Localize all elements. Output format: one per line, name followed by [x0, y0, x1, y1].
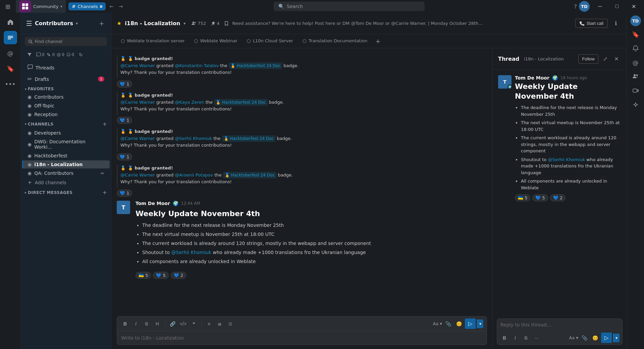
sidebar-item-hacktoberfest[interactable]: ◉ Hacktoberfest: [22, 152, 110, 160]
sidebar-item-dwg[interactable]: ◉ DWG: Documentation Worki...: [22, 138, 110, 151]
sidebar-hamburger[interactable]: ☰: [26, 19, 32, 28]
sidebar-item-i18n[interactable]: ◉ i18n - Localization: [22, 160, 110, 168]
mention-rail-icon[interactable]: @: [4, 46, 17, 60]
recipient-link-2[interactable]: @Kaya Zeren: [175, 100, 204, 105]
right-rail-bookmark[interactable]: 🔖: [630, 28, 642, 40]
add-tab-button[interactable]: +: [373, 36, 383, 46]
expand-thread-button[interactable]: ⤢: [600, 54, 610, 64]
channel-chevron[interactable]: ▾: [183, 21, 185, 26]
members-count[interactable]: 752: [192, 21, 206, 26]
dm-section-header[interactable]: ▸ DIRECT MESSAGES +: [21, 187, 111, 197]
reaction-heart-2[interactable]: 💙 1: [117, 117, 132, 124]
tab-weblate-webinar[interactable]: ⬡ Weblate Webinar: [190, 36, 241, 47]
maximize-button[interactable]: □: [609, 1, 625, 11]
attach-button[interactable]: 📎: [443, 319, 453, 329]
bookmark-rail-icon[interactable]: 🔖: [4, 62, 17, 75]
sidebar-item-off-topic[interactable]: ◉ Off-Topic: [22, 102, 110, 110]
minimize-button[interactable]: ─: [592, 1, 608, 11]
more-formatting-button[interactable]: ⊙: [226, 319, 235, 329]
thread-reaction-ua[interactable]: 🇺🇦 5: [515, 194, 530, 201]
link-button[interactable]: 🔗: [168, 319, 177, 329]
right-rail-members[interactable]: [630, 70, 642, 83]
sidebar-filter-icon[interactable]: [25, 50, 34, 59]
home-icon[interactable]: [4, 15, 17, 29]
channels-tab[interactable]: # Channels: [68, 2, 106, 10]
more-rail-icon[interactable]: •••: [4, 77, 17, 91]
user-avatar[interactable]: TD: [579, 1, 590, 12]
code-button[interactable]: </>: [178, 319, 188, 329]
thread-italic-button[interactable]: I: [511, 333, 520, 343]
thread-bold-button[interactable]: B: [500, 333, 509, 343]
thread-send-arrow[interactable]: ▾: [613, 334, 620, 342]
send-arrow-button[interactable]: ▾: [477, 319, 483, 328]
right-rail-video[interactable]: [630, 85, 642, 97]
sidebar-item-threads[interactable]: Threads: [22, 62, 110, 73]
sidebar-item-qa[interactable]: ◉ QA: Contributors ✏: [22, 169, 110, 177]
app-tab[interactable]: Community ▾: [16, 0, 66, 14]
tab-l10n-cloud[interactable]: ⬡ L10n Cloud Server: [243, 36, 297, 47]
channels-rail-icon[interactable]: [4, 31, 17, 44]
favorites-section-header[interactable]: ▾ FAVORITES: [21, 85, 111, 93]
quote-button[interactable]: ❝: [189, 319, 199, 329]
help-icon[interactable]: ?: [574, 3, 577, 10]
bold-button[interactable]: B: [120, 319, 130, 329]
close-button[interactable]: ✕: [626, 1, 641, 11]
thread-more-button[interactable]: ···: [532, 333, 541, 343]
dm-add-icon[interactable]: +: [103, 189, 107, 196]
recipient-link-4[interactable]: @Arsenii Potapov: [175, 172, 213, 178]
add-channels-button[interactable]: + Add channels: [22, 178, 110, 187]
start-call-button[interactable]: Start call: [575, 19, 608, 28]
recipient-link-3[interactable]: @Serhii Khomiuk: [175, 136, 212, 141]
italic-button[interactable]: I: [131, 319, 141, 329]
right-rail-plugin[interactable]: [630, 99, 642, 111]
thread-send-button[interactable]: ▷: [601, 333, 612, 343]
heading-button[interactable]: H: [153, 319, 162, 329]
info-button[interactable]: ℹ: [610, 18, 621, 29]
thread-reaction-heart2[interactable]: 💙 2: [550, 194, 566, 201]
carrie-warner-link-4[interactable]: @Carrie Warner: [120, 172, 155, 178]
search-bar[interactable]: 🔍 Search: [274, 2, 425, 11]
right-rail-mention[interactable]: @: [630, 56, 642, 68]
message-input-field[interactable]: Write to i18n - Localization: [117, 331, 487, 345]
pinned-count[interactable]: 4: [211, 21, 219, 26]
tab-weblate-server[interactable]: ⬡ Weblate translation server: [117, 36, 189, 47]
nav-back[interactable]: ←: [108, 4, 115, 9]
qa-edit-icon[interactable]: ✏: [101, 171, 104, 176]
right-rail-bell[interactable]: [630, 42, 642, 54]
thread-attach-button[interactable]: 📎: [580, 333, 589, 343]
reaction-blue-heart[interactable]: 💙 5: [153, 272, 168, 279]
sidebar-chevron[interactable]: ▾: [76, 21, 78, 26]
strikethrough-button[interactable]: S: [142, 319, 151, 329]
right-rail-avatar[interactable]: TD: [630, 15, 641, 26]
sidebar-item-drafts[interactable]: ✏ Drafts 1: [22, 74, 110, 84]
follow-button[interactable]: Follow: [578, 54, 598, 64]
reaction-heart-1[interactable]: 💙 1: [117, 81, 132, 88]
carrie-warner-link-1[interactable]: @Carrie Warner: [120, 63, 155, 68]
bookmark-header-icon[interactable]: [224, 21, 229, 26]
emoji-button[interactable]: 😊: [454, 319, 464, 329]
thread-strikethrough-button[interactable]: S: [521, 333, 531, 343]
thread-input-field[interactable]: Reply to this thread...: [497, 319, 622, 331]
sidebar-item-reception[interactable]: ◉ Reception: [22, 110, 110, 118]
tab-translation-docs[interactable]: ⬡ Translation Documentation: [299, 36, 371, 47]
sidebar-item-developers[interactable]: ◉ Developers: [22, 129, 110, 137]
find-channel-input[interactable]: Find channel: [25, 37, 107, 46]
serhii-link[interactable]: @Serhii Khomiuk: [171, 250, 211, 255]
carrie-warner-link-3[interactable]: @Carrie Warner: [120, 136, 155, 141]
nav-forward[interactable]: →: [118, 4, 124, 9]
channels-section-header[interactable]: ▾ CHANNELS +: [21, 119, 111, 129]
thread-reaction-heart[interactable]: 💙 5: [532, 194, 548, 201]
thread-emoji-button[interactable]: 😊: [590, 333, 600, 343]
channels-add-icon[interactable]: +: [103, 121, 107, 127]
sidebar-add-button[interactable]: +: [98, 19, 106, 28]
reaction-heart-3[interactable]: 💙 1: [117, 153, 132, 160]
ordered-list-button[interactable]: ≣: [215, 319, 224, 329]
recipient-link-1[interactable]: @Konstantin Talalov: [175, 63, 219, 68]
send-button[interactable]: ▷: [465, 318, 476, 329]
carrie-warner-link-2[interactable]: @Carrie Warner: [120, 100, 155, 105]
thread-serhii-link[interactable]: @Serhii Khomiuk: [548, 157, 585, 162]
reaction-heart-4[interactable]: 💙 1: [117, 190, 132, 197]
channel-star-icon[interactable]: ★: [117, 20, 121, 27]
reaction-blue-heart-2[interactable]: 💙 2: [171, 272, 186, 279]
refresh-icon[interactable]: ↻: [76, 50, 86, 59]
